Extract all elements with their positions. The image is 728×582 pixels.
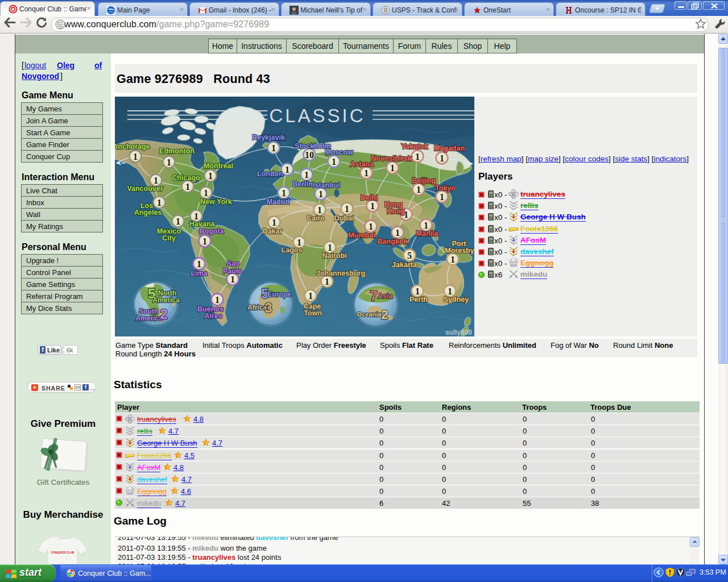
- svg-text:1: 1: [332, 157, 336, 167]
- svg-text:2: 2: [381, 307, 388, 322]
- svg-text:Magadan: Magadan: [434, 144, 465, 152]
- svg-text:1: 1: [230, 275, 235, 284]
- svg-text:London: London: [257, 170, 283, 178]
- svg-text:Novosibirsk: Novosibirsk: [371, 155, 412, 163]
- svg-text:Moresby: Moresby: [445, 247, 474, 255]
- svg-text:Chicago: Chicago: [172, 174, 200, 182]
- svg-text:Cairo: Cairo: [307, 214, 325, 222]
- svg-text:10: 10: [305, 150, 314, 160]
- svg-text:Bangkok: Bangkok: [378, 238, 408, 246]
- svg-text:Berlin: Berlin: [292, 180, 312, 188]
- svg-text:Madrid: Madrid: [267, 198, 290, 206]
- svg-text:1: 1: [328, 243, 332, 252]
- svg-text:Kong: Kong: [387, 207, 405, 215]
- svg-text:1: 1: [185, 182, 190, 192]
- svg-text:1: 1: [167, 157, 171, 167]
- svg-text:Asia: Asia: [378, 292, 392, 300]
- svg-text:1: 1: [133, 152, 138, 161]
- svg-text:Sao: Sao: [227, 260, 240, 268]
- svg-text:1: 1: [440, 192, 444, 202]
- svg-text:Reykjavik: Reykjavik: [252, 134, 285, 142]
- svg-text:Nairobi: Nairobi: [322, 252, 346, 260]
- svg-text:Edmonton: Edmonton: [159, 147, 195, 155]
- svg-text:1: 1: [317, 205, 322, 215]
- svg-text:Havana: Havana: [189, 220, 216, 228]
- svg-text:1: 1: [364, 168, 369, 178]
- svg-text:1: 1: [345, 204, 349, 214]
- svg-text:1: 1: [285, 165, 289, 174]
- svg-text:Anchorage: Anchorage: [115, 143, 150, 151]
- svg-text:America: America: [135, 314, 163, 322]
- svg-text:Dakar: Dakar: [263, 227, 283, 235]
- svg-text:Manila: Manila: [416, 230, 439, 238]
- svg-text:Aires: Aires: [204, 312, 222, 320]
- svg-text:City: City: [162, 234, 176, 242]
- svg-text:1: 1: [215, 295, 220, 305]
- svg-text:1: 1: [197, 259, 201, 269]
- svg-text:sully800: sully800: [445, 329, 473, 336]
- svg-text:1: 1: [176, 217, 180, 226]
- svg-text:1: 1: [271, 143, 276, 153]
- svg-text:Africa: Africa: [247, 304, 267, 311]
- svg-text:7: 7: [370, 288, 377, 304]
- svg-text:5: 5: [407, 251, 412, 260]
- svg-text:Oceania: Oceania: [357, 311, 382, 318]
- svg-text:3: 3: [264, 300, 272, 315]
- svg-text:1: 1: [424, 221, 428, 230]
- svg-text:Vancouver: Vancouver: [127, 185, 163, 193]
- svg-text:1: 1: [204, 188, 208, 198]
- svg-text:1: 1: [369, 222, 373, 231]
- svg-text:1: 1: [395, 228, 400, 238]
- svg-text:Paulo: Paulo: [223, 267, 242, 275]
- svg-text:1: 1: [297, 238, 301, 247]
- svg-text:1: 1: [157, 198, 162, 207]
- svg-text:Istanbul: Istanbul: [313, 181, 340, 189]
- svg-text:1: 1: [318, 189, 323, 199]
- svg-text:1: 1: [154, 176, 158, 185]
- svg-text:Europe: Europe: [267, 290, 291, 298]
- svg-text:Beijing: Beijing: [412, 177, 436, 185]
- svg-text:CLASSIC: CLASSIC: [269, 105, 365, 126]
- svg-text:Bogota: Bogota: [199, 227, 224, 235]
- svg-text:Lima: Lima: [191, 269, 208, 277]
- svg-text:Delhi: Delhi: [361, 194, 378, 202]
- svg-text:1: 1: [415, 286, 420, 296]
- svg-text:Tokyo: Tokyo: [435, 184, 456, 192]
- svg-text:Moscow: Moscow: [325, 148, 353, 156]
- svg-text:1: 1: [194, 211, 198, 221]
- svg-text:1: 1: [208, 171, 213, 181]
- svg-text:1: 1: [450, 255, 455, 264]
- svg-text:1: 1: [416, 185, 421, 194]
- svg-text:1: 1: [202, 236, 207, 246]
- svg-text:CONQUER CLUB: CONQUER CLUB: [51, 551, 75, 554]
- svg-text:Yakutsk: Yakutsk: [401, 143, 428, 151]
- svg-text:1: 1: [390, 163, 395, 173]
- svg-text:1: 1: [282, 188, 286, 198]
- svg-text:2: 2: [160, 306, 167, 322]
- svg-text:1: 1: [325, 277, 329, 286]
- svg-text:Sydney: Sydney: [444, 296, 469, 304]
- svg-text:1: 1: [415, 152, 420, 161]
- svg-text:Mumbai: Mumbai: [348, 231, 375, 239]
- svg-text:1: 1: [308, 291, 313, 301]
- svg-text:New York: New York: [200, 198, 232, 206]
- svg-text:1: 1: [304, 170, 309, 180]
- svg-text:Johannesburg: Johannesburg: [316, 269, 365, 277]
- svg-text:Angeles: Angeles: [134, 209, 162, 217]
- svg-text:Jakarta: Jakarta: [392, 261, 417, 269]
- svg-text:Montreal: Montreal: [204, 162, 233, 170]
- svg-text:Dubai: Dubai: [334, 214, 354, 222]
- svg-text:America: America: [152, 296, 180, 304]
- svg-text:Perth: Perth: [410, 296, 428, 304]
- svg-text:1: 1: [440, 153, 444, 163]
- svg-text:Town: Town: [304, 309, 322, 317]
- svg-text:Lagos: Lagos: [282, 246, 303, 254]
- svg-text:1: 1: [370, 201, 375, 211]
- svg-text:1: 1: [448, 286, 452, 296]
- svg-text:1: 1: [272, 218, 276, 227]
